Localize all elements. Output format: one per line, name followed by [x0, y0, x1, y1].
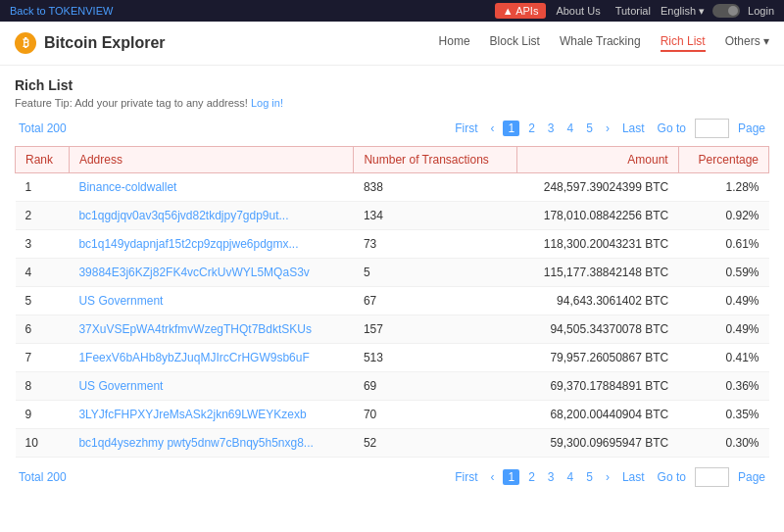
- feature-tip: Feature Tip: Add your private tag to any…: [15, 97, 769, 109]
- table-row: 439884E3j6KZj82FK4vcCrkUvWYL5MQaS3v5115,…: [16, 259, 769, 287]
- nav-block-list[interactable]: Block List: [490, 34, 540, 52]
- page-3-bottom[interactable]: 3: [544, 469, 559, 485]
- percentage-cell: 0.36%: [678, 372, 768, 401]
- table-row: 3bc1q149ydapnjaf15t2cp9zqpjwe6pdgmx...73…: [16, 230, 769, 259]
- rich-list-table: Rank Address Number of Transactions Amou…: [15, 146, 769, 458]
- col-percentage: Percentage: [678, 147, 768, 173]
- address-link[interactable]: bc1qgdjqv0av3q56jvd82tkdjpy7gdp9ut...: [78, 209, 288, 222]
- address-link[interactable]: bc1q149ydapnjaf15t2cp9zqpjwe6pdgmx...: [78, 237, 298, 251]
- transactions-cell: 134: [354, 202, 516, 230]
- bottom-pagination: Total 200 First ‹ 1 2 3 4 5 › Last Go to…: [15, 467, 769, 487]
- main-content: Rich List Feature Tip: Add your private …: [0, 66, 784, 507]
- top-pagination: Total 200 First ‹ 1 2 3 4 5 › Last Go to…: [15, 119, 769, 138]
- page-title: Rich List: [15, 77, 769, 93]
- page-3[interactable]: 3: [544, 121, 559, 136]
- address-cell: 1FeexV6bAHb8ybZJuqMJIrcCrHGW9sb6uF: [69, 344, 354, 372]
- rank-cell: 1: [16, 173, 70, 202]
- amount-cell: 94,505.34370078 BTC: [516, 315, 678, 344]
- rank-cell: 4: [16, 259, 70, 287]
- language-selector[interactable]: English ▾: [661, 5, 705, 18]
- goto-page-bottom: Go to Page: [654, 467, 769, 487]
- rank-cell: 10: [16, 429, 70, 458]
- page-1[interactable]: 1: [503, 121, 519, 136]
- transactions-cell: 157: [354, 315, 516, 344]
- goto-input[interactable]: [695, 119, 729, 138]
- rank-cell: 5: [16, 287, 70, 315]
- page-5[interactable]: 5: [582, 121, 597, 136]
- page-2[interactable]: 2: [524, 121, 539, 136]
- brand-name: TOKENVIEW: [49, 5, 114, 17]
- address-link[interactable]: US Government: [78, 379, 163, 393]
- amount-cell: 115,177.38842148 BTC: [516, 259, 678, 287]
- page-label-bottom: Page: [734, 469, 769, 485]
- back-text: Back to: [10, 5, 49, 17]
- back-link[interactable]: Back to TOKENVIEW: [10, 5, 113, 17]
- percentage-cell: 0.61%: [678, 230, 768, 259]
- site-title: Bitcoin Explorer: [44, 34, 166, 52]
- amount-cell: 68,200.00440904 BTC: [516, 401, 678, 429]
- amount-cell: 59,300.09695947 BTC: [516, 429, 678, 458]
- apis-badge[interactable]: ▲ APIs: [495, 3, 547, 19]
- login-link[interactable]: Login: [748, 5, 774, 17]
- address-link[interactable]: 1FeexV6bAHb8ybZJuqMJIrcCrHGW9sb6uF: [78, 351, 309, 364]
- address-link[interactable]: 37XuVSEpWA4trkfmvWzegTHQt7BdktSKUs: [78, 322, 312, 336]
- page-4-bottom[interactable]: 4: [564, 469, 578, 485]
- transactions-cell: 73: [354, 230, 516, 259]
- address-cell: bc1q149ydapnjaf15t2cp9zqpjwe6pdgmx...: [69, 230, 354, 259]
- rank-cell: 9: [16, 401, 70, 429]
- address-link[interactable]: 39884E3j6KZj82FK4vcCrkUvWYL5MQaS3v: [78, 266, 309, 279]
- nav-whale-tracking[interactable]: Whale Tracking: [560, 34, 641, 52]
- goto-label-bottom: Go to: [654, 469, 690, 485]
- logo: ₿ Bitcoin Explorer: [15, 32, 166, 54]
- address-link[interactable]: bc1qd4ysezhmy pwty5dnw7cBnqy5h5nxg8...: [78, 436, 313, 450]
- goto-page: Go to Page: [654, 119, 769, 138]
- page-2-bottom[interactable]: 2: [524, 469, 539, 485]
- nav-others[interactable]: Others ▾: [725, 34, 769, 52]
- col-rank: Rank: [16, 147, 70, 173]
- address-link[interactable]: Binance-coldwallet: [78, 180, 176, 194]
- col-amount: Amount: [516, 147, 678, 173]
- first-page-link-bottom[interactable]: First: [451, 469, 481, 485]
- theme-toggle[interactable]: [712, 4, 740, 18]
- amount-cell: 248,597.39024399 BTC: [516, 173, 678, 202]
- page-4[interactable]: 4: [564, 121, 578, 136]
- about-us-link[interactable]: About Us: [556, 5, 600, 17]
- first-page-link[interactable]: First: [451, 121, 481, 136]
- total-count: Total 200: [15, 121, 71, 136]
- percentage-cell: 0.30%: [678, 429, 768, 458]
- prev-page-icon: ‹: [486, 121, 498, 136]
- address-link[interactable]: 3LYJfcFHPXYJreMsASk2jkn69LWEYKzexb: [78, 408, 306, 421]
- next-page-icon[interactable]: ›: [602, 121, 613, 136]
- transactions-cell: 513: [354, 344, 516, 372]
- total-count-bottom: Total 200: [15, 469, 71, 485]
- page-1-bottom[interactable]: 1: [503, 469, 519, 485]
- address-cell: US Government: [69, 372, 354, 401]
- address-link[interactable]: US Government: [78, 294, 163, 308]
- transactions-cell: 838: [354, 173, 516, 202]
- col-address: Address: [69, 147, 354, 173]
- last-page-link-bottom[interactable]: Last: [618, 469, 649, 485]
- rank-cell: 7: [16, 344, 70, 372]
- amount-cell: 79,957.26050867 BTC: [516, 344, 678, 372]
- nav-rich-list[interactable]: Rich List: [661, 34, 706, 52]
- address-cell: US Government: [69, 287, 354, 315]
- table-row: 637XuVSEpWA4trkfmvWzegTHQt7BdktSKUs15794…: [16, 315, 769, 344]
- transactions-cell: 70: [354, 401, 516, 429]
- tutorial-link[interactable]: Tutorial: [615, 5, 651, 17]
- feature-tip-text: Feature Tip: Add your private tag to any…: [15, 97, 248, 109]
- next-page-icon-bottom[interactable]: ›: [602, 469, 613, 485]
- table-row: 8US Government6969,370.17884891 BTC0.36%: [16, 372, 769, 401]
- header: ₿ Bitcoin Explorer Home Block List Whale…: [0, 22, 784, 66]
- goto-input-bottom[interactable]: [695, 467, 729, 487]
- address-cell: 37XuVSEpWA4trkfmvWzegTHQt7BdktSKUs: [69, 315, 354, 344]
- login-link-tip[interactable]: Log in!: [251, 97, 283, 109]
- amount-cell: 178,010.08842256 BTC: [516, 202, 678, 230]
- page-5-bottom[interactable]: 5: [582, 469, 597, 485]
- transactions-cell: 67: [354, 287, 516, 315]
- transactions-cell: 69: [354, 372, 516, 401]
- last-page-link[interactable]: Last: [618, 121, 649, 136]
- nav-home[interactable]: Home: [439, 34, 470, 52]
- transactions-cell: 5: [354, 259, 516, 287]
- amount-cell: 94,643.3061402 BTC: [516, 287, 678, 315]
- table-row: 1Binance-coldwallet838248,597.39024399 B…: [16, 173, 769, 202]
